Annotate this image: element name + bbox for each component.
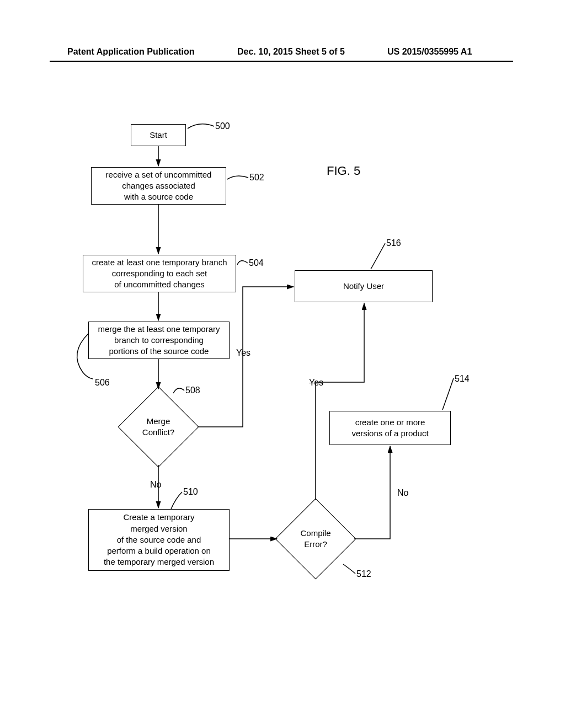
ref-504: 504 bbox=[249, 258, 264, 268]
node-notify-text: Notify User bbox=[343, 281, 384, 292]
node-receive-text: receive a set of uncommitted changes ass… bbox=[106, 169, 212, 203]
node-create-branch: create at least one temporary branch cor… bbox=[83, 255, 236, 292]
flowchart: FIG. 5 Start receive a set of uncommitte… bbox=[0, 102, 565, 643]
header-right: US 2015/0355995 A1 bbox=[387, 47, 472, 57]
node-compile-error-text: Compile Error? bbox=[300, 528, 331, 550]
ref-500: 500 bbox=[215, 121, 230, 131]
ref-510: 510 bbox=[183, 487, 198, 497]
ref-502: 502 bbox=[249, 173, 264, 183]
node-create-versions-text: create one or more versions of a product bbox=[351, 417, 428, 440]
node-create-versions: create one or more versions of a product bbox=[329, 411, 451, 445]
node-build: Create a temporary merged version of the… bbox=[88, 509, 230, 571]
ref-506: 506 bbox=[95, 378, 110, 388]
edge-no-compile: No bbox=[397, 488, 408, 498]
ref-514: 514 bbox=[455, 374, 470, 384]
node-notify: Notify User bbox=[295, 270, 433, 302]
node-start-text: Start bbox=[150, 130, 167, 141]
node-merge-text: merge the at least one temporary branch … bbox=[98, 324, 220, 357]
node-build-text: Create a temporary merged version of the… bbox=[104, 512, 214, 568]
figure-label: FIG. 5 bbox=[327, 164, 360, 178]
node-merge-conflict: Merge Conflict? bbox=[117, 386, 200, 468]
node-merge-conflict-text: Merge Conflict? bbox=[142, 416, 174, 438]
header-center: Dec. 10, 2015 Sheet 5 of 5 bbox=[237, 47, 345, 57]
node-compile-error: Compile Error? bbox=[274, 497, 357, 580]
header-left: Patent Application Publication bbox=[67, 47, 195, 57]
ref-508: 508 bbox=[185, 386, 200, 395]
edge-yes-compile: Yes bbox=[309, 378, 323, 388]
node-receive: receive a set of uncommitted changes ass… bbox=[91, 167, 226, 205]
header-rule bbox=[50, 61, 513, 62]
edge-no-merge: No bbox=[150, 480, 161, 490]
ref-516: 516 bbox=[386, 238, 401, 248]
node-start: Start bbox=[131, 124, 186, 146]
ref-512: 512 bbox=[356, 569, 371, 579]
node-merge: merge the at least one temporary branch … bbox=[88, 322, 230, 359]
edge-yes-merge: Yes bbox=[236, 348, 250, 358]
node-create-branch-text: create at least one temporary branch cor… bbox=[92, 257, 227, 291]
